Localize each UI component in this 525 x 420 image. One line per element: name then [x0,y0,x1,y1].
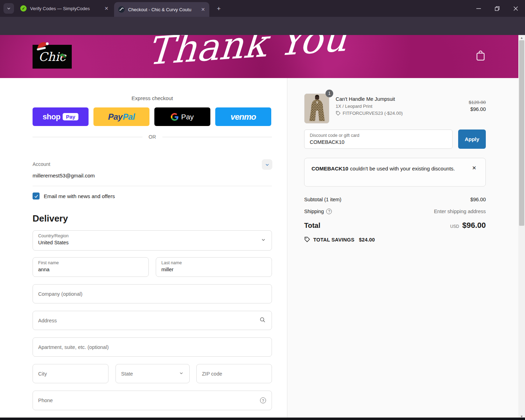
country-select[interactable]: Country/Region United States [33,230,272,251]
zip-field[interactable] [196,364,272,383]
discount-value: COMEBACK10 [310,139,344,145]
account-expand-button[interactable] [262,159,272,170]
chevron-down-icon [265,162,270,167]
apartment-field[interactable] [33,337,272,357]
address-input[interactable] [33,311,272,330]
total-value: $96.00 [462,221,486,230]
quantity-badge: 1 [326,90,333,97]
venmo-wordmark: venmo [231,112,256,122]
city-field[interactable] [33,364,108,383]
or-divider: OR [33,134,272,140]
google-pay-button[interactable]: Pay [154,107,210,126]
discount-code-field[interactable]: Discount code or gift card COMEBACK10 [304,130,453,149]
simplycodes-favicon: ✓ [20,5,27,12]
subtotal-value: $96.00 [470,197,486,202]
savings-value: $24.00 [359,237,375,243]
shop-wordmark: shop [43,112,61,121]
phone-field[interactable]: ? [33,391,272,410]
current-price: $96.00 [420,106,486,112]
first-name-field[interactable]: First name anna [33,257,149,277]
newsletter-label: Email me with news and offers [44,193,115,199]
company-input[interactable] [33,285,272,303]
delivery-heading: Delivery [33,213,272,224]
venmo-button[interactable]: venmo [215,107,271,126]
error-code: COMEBACK10 [312,166,348,172]
tab-title: Checkout - Chic & Curvy Coutu [128,7,197,12]
account-label: Account [33,161,272,167]
error-close-icon[interactable]: ✕ [472,164,476,173]
browser-tab-strip: ✓ Verify Codes — SimplyCodes ✕ Checkout … [0,0,525,17]
first-name-value: anna [38,267,49,272]
discount-label: Discount code or gift card [310,133,359,138]
santa-hat-icon [35,41,49,51]
paypal-wordmark: Pal [123,112,135,122]
apply-label: Apply [465,136,479,142]
tab-search-button[interactable] [4,3,14,14]
total-label: Total [304,222,320,230]
tag-icon [336,111,341,116]
city-input[interactable] [33,364,108,383]
account-email: millerernest53@gmail.com [33,173,272,178]
express-pay-buttons: shop Pay Pay Pal Pay venmo [33,107,272,126]
shop-pay-button[interactable]: shop Pay [33,107,89,126]
last-name-value: miller [161,267,174,272]
total-row: Total USD $96.00 [304,221,486,230]
check-icon [34,194,38,198]
google-g-icon [171,113,178,121]
tab-close-icon[interactable]: ✕ [201,7,205,12]
subtotal-row: Subtotal (1 item) $96.00 [304,197,486,202]
tab-verify-codes[interactable]: ✓ Verify Codes — SimplyCodes ✕ [16,0,113,17]
product-variant: 1X / Leopard Print [336,104,434,109]
applied-discount-code: FITFORCURVES23 (-$24.00) [343,111,403,116]
address-field[interactable] [33,311,272,330]
checkout-favicon [118,6,125,13]
tab-checkout[interactable]: Checkout - Chic & Curvy Coutu ✕ [114,2,209,17]
scrollbar-thumb[interactable] [519,40,524,226]
company-field[interactable] [33,284,272,303]
tag-icon [304,237,310,243]
apply-button[interactable]: Apply [458,130,486,149]
apartment-input[interactable] [33,338,272,356]
store-banner: Thank You Chic [0,35,518,78]
store-logo[interactable]: Chic [33,45,72,69]
product-image [304,94,329,124]
page-scrollbar[interactable]: ▲ ▼ [518,35,525,420]
or-label: OR [149,134,156,140]
last-name-field[interactable]: Last name miller [156,257,272,277]
chevron-down-icon [7,6,11,10]
original-price: $120.00 [420,100,486,105]
close-icon [513,6,518,11]
cart-button[interactable] [475,50,487,63]
holly-icon [59,52,67,59]
applied-discount-row: FITFORCURVES23 (-$24.00) [336,111,434,116]
country-label: Country/Region [38,233,69,238]
phone-input[interactable] [33,391,272,410]
paypal-button[interactable]: Pay Pal [93,107,149,126]
new-tab-button[interactable]: + [214,4,223,13]
banner-script-text: Thank You [146,35,372,74]
order-summary-pane: 1 Can't Handle Me Jumpsuit 1X / Leopard … [287,78,518,420]
product-name: Can't Handle Me Jumpsuit [336,96,434,102]
newsletter-checkbox[interactable] [33,192,40,200]
newsletter-row: Email me with news and offers [33,192,272,200]
window-restore-button[interactable] [489,0,505,17]
gpay-wordmark: Pay [181,113,194,121]
shipping-value: Enter shipping address [434,209,486,214]
chevron-down-icon [261,237,266,244]
shipping-help-icon[interactable]: ? [326,209,332,214]
discount-error-banner: COMEBACK10couldn't be used with your exi… [304,158,486,187]
scroll-up-arrow[interactable]: ▲ [518,35,525,40]
checkout-form-pane: Express checkout shop Pay Pay Pal Pay ve… [0,78,287,420]
window-close-button[interactable] [507,0,524,17]
paypal-wordmark: Pay [108,112,122,122]
state-placeholder: State [121,364,133,383]
zip-input[interactable] [197,364,272,383]
search-icon [259,316,266,324]
phone-help-icon[interactable]: ? [260,398,266,404]
savings-label: TOTAL SAVINGS [313,237,355,243]
window-minimize-button[interactable] [470,0,486,17]
tab-close-icon[interactable]: ✕ [104,6,108,11]
minimize-icon [476,6,481,11]
shop-pay-chip: Pay [63,113,78,120]
state-select[interactable]: State [115,364,190,383]
